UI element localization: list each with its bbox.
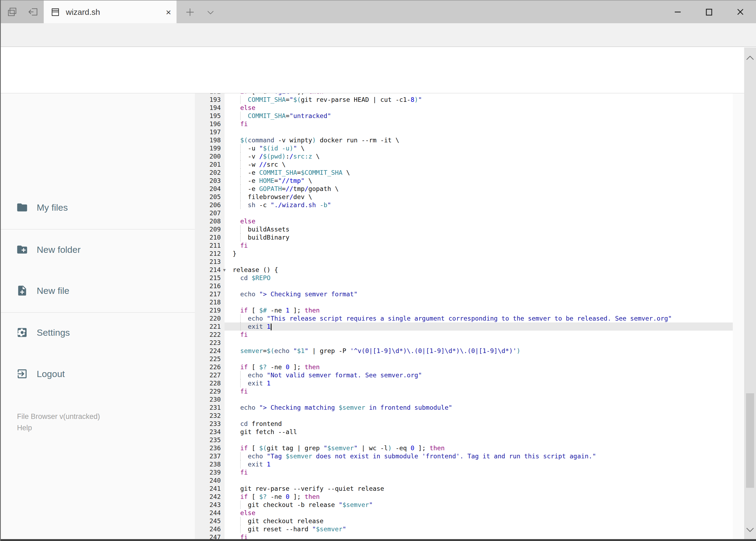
- line-number[interactable]: 230: [195, 395, 225, 403]
- line-number[interactable]: 208: [195, 217, 225, 225]
- code-text[interactable]: exit 1: [225, 460, 733, 468]
- code-text[interactable]: [225, 128, 733, 136]
- code-line[interactable]: 197: [195, 128, 733, 136]
- code-line[interactable]: 219 if [ $# -ne 1 ]; then: [195, 306, 733, 314]
- code-line[interactable]: 213: [195, 258, 733, 266]
- line-number[interactable]: 219: [195, 306, 225, 314]
- code-line[interactable]: 239 fi: [195, 468, 733, 476]
- line-number[interactable]: 232: [195, 412, 225, 420]
- line-number[interactable]: 199: [195, 144, 225, 152]
- code-line[interactable]: 246 git reset --hard "$semver": [195, 525, 733, 533]
- line-number[interactable]: 196: [195, 120, 225, 128]
- code-text[interactable]: -v /$(pwd):/src:z \: [225, 152, 733, 161]
- line-number[interactable]: 210: [195, 234, 225, 242]
- code-text[interactable]: else: [225, 509, 733, 517]
- set-tabs-aside-button[interactable]: [26, 4, 41, 19]
- line-number[interactable]: 237: [195, 452, 225, 460]
- code-line[interactable]: 201 -w //src \: [195, 161, 733, 169]
- code-line[interactable]: 241 git rev-parse --verify --quiet relea…: [195, 485, 733, 493]
- code-line[interactable]: 243 git checkout -b release "$semver": [195, 501, 733, 509]
- line-number[interactable]: 244: [195, 509, 225, 517]
- line-number[interactable]: 211: [195, 242, 225, 250]
- code-text[interactable]: buildBinary: [225, 234, 733, 242]
- code-text[interactable]: fi: [225, 330, 733, 339]
- code-line[interactable]: 203 -e HOME="//tmp" \: [195, 177, 733, 185]
- code-line[interactable]: 216: [195, 282, 733, 290]
- line-number[interactable]: 233: [195, 420, 225, 428]
- code-line[interactable]: 232: [195, 412, 733, 420]
- code-text[interactable]: if [ -d ".git" ]; then: [225, 94, 733, 96]
- code-text[interactable]: echo "> Checking semver format": [225, 290, 733, 298]
- code-text[interactable]: echo "Not valid semver format. See semve…: [225, 371, 733, 379]
- sidebar-item-new-folder[interactable]: New folder: [1, 239, 195, 261]
- code-line[interactable]: 236 if [ $(git tag | grep "$semver" | wc…: [195, 444, 733, 452]
- code-line[interactable]: 196 fi: [195, 120, 733, 128]
- code-line[interactable]: 195 COMMIT_SHA="untracked": [195, 112, 733, 120]
- sidebar-item-settings[interactable]: Settings: [1, 322, 195, 343]
- code-text[interactable]: semver=$(echo "$1" | grep -P '^v(0|[1-9]…: [225, 347, 733, 355]
- code-line[interactable]: 242 if [ $? -ne 0 ]; then: [195, 493, 733, 501]
- code-text[interactable]: git checkout release: [225, 517, 733, 525]
- code-line[interactable]: 247 fi: [195, 533, 733, 539]
- line-number[interactable]: 243: [195, 501, 225, 509]
- code-line[interactable]: 205 filebrowser/dev \: [195, 193, 733, 201]
- code-text[interactable]: -e HOME="//tmp" \: [225, 177, 733, 185]
- line-number[interactable]: 213: [195, 258, 225, 266]
- code-text[interactable]: echo "Tag $semver does not exist in subm…: [225, 452, 733, 460]
- code-line[interactable]: 208 else: [195, 217, 733, 225]
- code-line[interactable]: 227 echo "Not valid semver format. See s…: [195, 371, 733, 379]
- line-number[interactable]: 217: [195, 290, 225, 298]
- line-number[interactable]: 225: [195, 355, 225, 363]
- code-line[interactable]: 235: [195, 436, 733, 444]
- code-line[interactable]: 210 buildBinary: [195, 234, 733, 242]
- line-number[interactable]: 229: [195, 387, 225, 395]
- tab-list-button[interactable]: [203, 5, 218, 20]
- code-line[interactable]: 215 cd $REPO: [195, 274, 733, 282]
- line-number[interactable]: 246: [195, 525, 225, 533]
- tab-preview-button[interactable]: [5, 4, 20, 19]
- code-line[interactable]: 245 git checkout release: [195, 517, 733, 525]
- code-line[interactable]: 212}: [195, 250, 733, 258]
- code-text[interactable]: if [ $# -ne 1 ]; then: [225, 306, 733, 314]
- minimize-button[interactable]: [669, 4, 686, 20]
- code-text[interactable]: fi: [225, 468, 733, 476]
- sidebar-item-my-files[interactable]: My files: [1, 197, 195, 218]
- line-number[interactable]: 201: [195, 161, 225, 169]
- code-text[interactable]: if [ $? -ne 0 ]; then: [225, 363, 733, 371]
- line-number[interactable]: 235: [195, 436, 225, 444]
- code-text[interactable]: git reset --hard "$semver": [225, 525, 733, 533]
- code-line[interactable]: 237 echo "Tag $semver does not exist in …: [195, 452, 733, 460]
- line-number[interactable]: 202: [195, 169, 225, 177]
- code-editor[interactable]: 192 if [ -d ".git" ]; then193 COMMIT_SHA…: [195, 94, 733, 539]
- code-text[interactable]: cd $REPO: [225, 274, 733, 282]
- line-number[interactable]: 241: [195, 485, 225, 493]
- line-number[interactable]: 205: [195, 193, 225, 201]
- code-text[interactable]: [225, 436, 733, 444]
- new-tab-button[interactable]: [182, 5, 197, 20]
- line-number[interactable]: 236: [195, 444, 225, 452]
- code-line[interactable]: 211 fi: [195, 242, 733, 250]
- code-text[interactable]: git fetch --all: [225, 428, 733, 436]
- code-line[interactable]: 193 COMMIT_SHA="$(git rev-parse HEAD | c…: [195, 96, 733, 104]
- line-number[interactable]: 220: [195, 314, 225, 322]
- code-text[interactable]: fi: [225, 533, 733, 539]
- code-text[interactable]: git checkout -b release "$semver": [225, 501, 733, 509]
- scrollbar-thumb[interactable]: [746, 393, 754, 488]
- code-text[interactable]: [225, 209, 733, 217]
- code-text[interactable]: git rev-parse --verify --quiet release: [225, 485, 733, 493]
- code-line[interactable]: 223: [195, 339, 733, 347]
- line-number[interactable]: 239: [195, 468, 225, 476]
- code-text[interactable]: COMMIT_SHA="untracked": [225, 112, 733, 120]
- code-text[interactable]: if [ $(git tag | grep "$semver" | wc -l)…: [225, 444, 733, 452]
- code-text[interactable]: else: [225, 217, 733, 225]
- line-number[interactable]: 200: [195, 152, 225, 161]
- line-number[interactable]: 222: [195, 330, 225, 339]
- line-number[interactable]: 227: [195, 371, 225, 379]
- tab-close-button[interactable]: ×: [166, 8, 171, 17]
- code-line[interactable]: 209 buildAssets: [195, 225, 733, 234]
- code-line[interactable]: 202 -e COMMIT_SHA=$COMMIT_SHA \: [195, 169, 733, 177]
- line-number[interactable]: 212: [195, 250, 225, 258]
- code-text[interactable]: [225, 412, 733, 420]
- code-line[interactable]: 233 cd frontend: [195, 420, 733, 428]
- line-number[interactable]: 245: [195, 517, 225, 525]
